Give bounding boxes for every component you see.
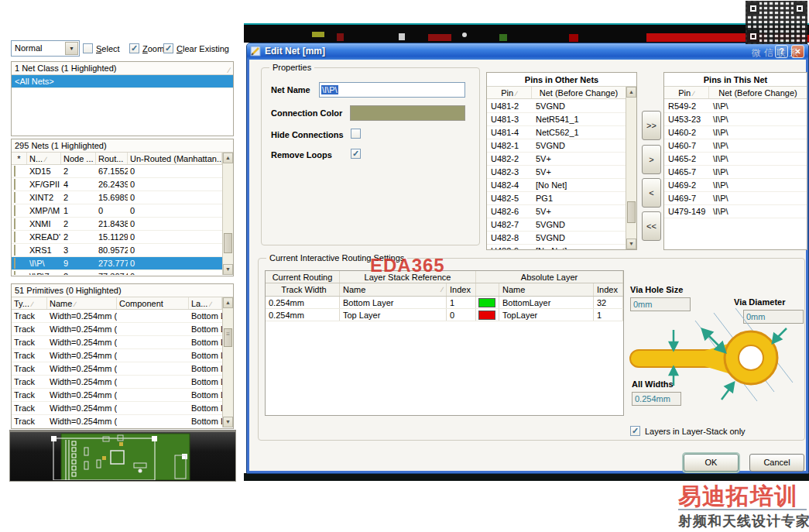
pin-row[interactable]: U482-5 PG1 [487,192,626,205]
pin-row[interactable]: U482-6 5V+ [487,205,626,218]
pins-other-scrollbar[interactable]: ▲ ▼ [626,87,636,249]
scrollbar-thumb[interactable] [627,201,636,223]
net-row[interactable]: XRS1 3 80.9572 0 [12,244,222,257]
primitive-row[interactable]: Track Width=0.254mm ( Bottom L [12,415,222,427]
select-checkbox-group[interactable]: ✓ Select [83,43,120,53]
pin-row[interactable]: U482-3 5V+ [487,166,626,179]
column-header-ref-name[interactable]: Name∕ [340,283,447,296]
pin-row[interactable]: U453-23 \I\P\ [664,113,807,126]
primitive-row[interactable]: Track Width=0.254mm ( Bottom L [12,323,222,336]
column-header-net[interactable]: Net (Before Change) [709,87,807,98]
sort-icon[interactable]: ∕ [228,63,230,75]
scroll-down-icon[interactable]: ▼ [626,239,636,249]
net-row[interactable]: XREAD' 2 15.1129 0 [12,231,222,244]
all-widths-input[interactable] [632,392,681,406]
transfer-button[interactable]: < [642,178,661,208]
net-row-checkbox[interactable] [14,271,15,275]
net-row[interactable]: \I\P\ 9 273.777 0 [12,257,222,270]
column-header-abs-index[interactable]: Index [594,283,623,296]
pin-row[interactable]: U482-2 5V+ [487,153,626,166]
pin-row[interactable]: U460-2 \I\P\ [664,126,807,139]
primitive-row[interactable]: Track Width=0.254mm ( Bottom L [12,362,222,376]
transfer-button[interactable]: >> [642,111,661,140]
layers-in-stack-checkbox[interactable]: ✓ [630,426,640,436]
column-header-star[interactable]: * [12,153,27,164]
pin-row[interactable]: R549-2 \I\P\ [664,100,807,113]
clear-existing-checkbox-group[interactable]: ✓ Clear Existing [163,43,229,53]
column-header-component[interactable]: Component [117,297,189,309]
remove-loops-checkbox[interactable]: ✓ [351,149,361,159]
column-header-routed[interactable]: Rout... [96,153,128,164]
pin-row[interactable]: U482-8 5VGND [487,232,626,245]
pin-row[interactable]: U482-1 5VGND [487,139,626,153]
transfer-button[interactable]: << [642,211,661,241]
primitive-row[interactable]: Track Width=0.254mm ( Bottom L [12,376,222,389]
transfer-button[interactable]: > [642,145,661,174]
scroll-up-icon[interactable]: ▲ [223,153,233,163]
ok-button[interactable]: OK [684,454,739,472]
primitive-row[interactable]: Track Width=0.254mm ( Bottom L [12,349,222,362]
primitive-row[interactable]: Track Width=0.254mm ( Bottom L [12,402,222,415]
board-preview-panel[interactable] [9,430,236,482]
pin-row[interactable]: U481-3 NetR541_1 [487,113,626,126]
scroll-down-icon[interactable]: ▼ [223,264,233,275]
net-row-checkbox[interactable] [14,232,15,242]
column-header-name[interactable]: Name∕ [47,297,117,309]
cancel-button[interactable]: Cancel [749,454,804,472]
primitives-scrollbar[interactable]: ▲ ≡ ▼ [222,297,233,427]
net-row-checkbox[interactable] [14,166,15,177]
scroll-up-icon[interactable]: ▲ [223,297,233,308]
net-row-checkbox[interactable] [14,205,15,216]
pin-row[interactable]: U482-4 [No Net] [487,179,626,192]
column-header-track-width[interactable]: Track Width [266,283,340,296]
pin-row[interactable]: U465-2 \I\P\ [664,153,807,166]
dropdown-arrow-icon[interactable]: ▼ [65,42,78,55]
column-header-ref-index[interactable]: Index [447,283,476,296]
primitive-row[interactable]: Track Width=0.254mm ( Bottom L [12,336,222,349]
mode-dropdown[interactable]: Normal ▼ [11,40,80,57]
scroll-down-icon[interactable]: ▼ [223,417,233,427]
column-header-net[interactable]: Net (Before Change) [532,87,626,98]
net-row-checkbox[interactable] [14,218,15,229]
column-header-unrouted[interactable]: Un-Routed (Manhattan... [128,153,222,164]
routing-row[interactable]: 0.254mm Bottom Layer 1 BottomLayer 32 [266,297,623,309]
net-row[interactable]: XINT2 2 15.6989 0 [12,191,222,204]
primitive-row[interactable]: Track Width=0.254mm ( Bottom L [12,389,222,402]
net-row[interactable]: XF/GPII 4 26.2439 0 [12,178,222,191]
primitive-row[interactable]: Track Width=0.254mm ( Bottom L [12,310,222,323]
zoom-checkbox[interactable]: ✓ [129,43,139,53]
net-row[interactable]: XD15 2 67.1552 0 [12,165,222,178]
column-header-node[interactable]: Node ... [61,153,96,164]
hide-connections-checkbox[interactable]: ✓ [351,129,361,139]
column-header-pin[interactable]: Pin∕ [664,87,709,98]
net-class-item-all-nets[interactable]: <All Nets> [12,75,233,88]
pin-row[interactable]: U481-4 NetC562_1 [487,126,626,139]
net-row-checkbox[interactable] [14,179,15,190]
nets-list-scrollbar[interactable]: ▲ ▼ [222,153,233,275]
pin-row[interactable]: U482-7 5VGND [487,218,626,232]
net-row[interactable]: \I\P\7 2 77.3074 0 [12,270,222,275]
column-header-layer[interactable]: La...∕ [189,297,222,309]
net-row[interactable]: XNMI 2 21.8438 0 [12,218,222,231]
scrollbar-thumb[interactable] [224,233,232,253]
pin-row[interactable]: U465-7 \I\P\ [664,166,807,179]
net-row-checkbox[interactable] [14,258,15,269]
scroll-up-icon[interactable]: ▲ [626,87,636,98]
clear-existing-checkbox[interactable]: ✓ [163,43,173,53]
net-row-checkbox[interactable] [14,245,15,256]
column-header-name[interactable]: N...∕ [27,153,61,164]
routing-row[interactable]: 0.254mm Top Layer 0 TopLayer 1 [266,309,623,321]
net-name-input[interactable]: \I\P\ [319,82,465,98]
column-header-abs-name[interactable]: Name [499,283,594,296]
select-checkbox[interactable]: ✓ [83,43,93,53]
pin-row[interactable]: U479-149 \I\P\ [664,205,807,218]
zoom-checkbox-group[interactable]: ✓ Zoom [129,43,164,53]
scrollbar-thumb[interactable]: ≡ [224,328,232,347]
net-row[interactable]: XMP/\M 1 0 0 [12,204,222,218]
pin-row[interactable]: U460-7 \I\P\ [664,139,807,153]
pin-row[interactable]: U469-2 \I\P\ [664,179,807,192]
connection-color-swatch[interactable] [350,105,465,121]
dialog-titlebar[interactable]: Edit Net [mm] ? ✕ [247,43,808,60]
column-header-pin[interactable]: Pin∕ [487,87,532,98]
pin-row[interactable]: U482-9 [No Net] [487,245,626,249]
